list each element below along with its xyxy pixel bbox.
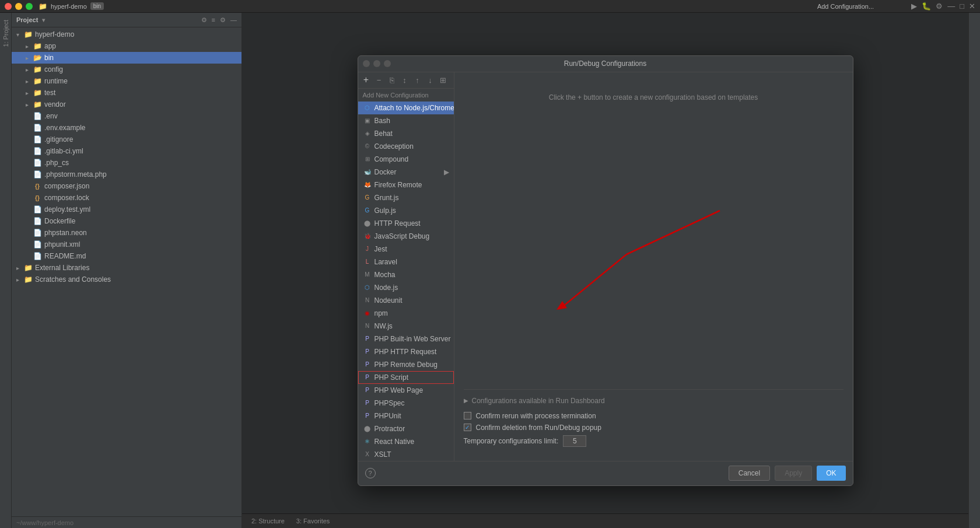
tree-icon-gitignore: 📄 bbox=[33, 135, 42, 144]
expand-icon[interactable]: □ bbox=[960, 2, 964, 11]
config-icon-php-http: P bbox=[363, 347, 372, 356]
tree-item-gitignore[interactable]: 📄.gitignore bbox=[12, 134, 242, 145]
tree-item-ext-libraries[interactable]: ▸📁External Libraries bbox=[12, 262, 242, 274]
config-item-nodejs[interactable]: ⬡Node.js bbox=[358, 281, 454, 294]
tree-item-project-root[interactable]: ▾📁hyperf-demo bbox=[12, 29, 242, 40]
dialog-close-btn[interactable] bbox=[363, 60, 370, 67]
config-item-grunt[interactable]: GGrunt.js bbox=[358, 191, 454, 204]
settings-icon[interactable]: ⚙ bbox=[936, 2, 943, 11]
down-config-btn[interactable]: ↓ bbox=[425, 74, 436, 86]
config-icon-react-native: ⚛ bbox=[363, 437, 372, 446]
tree-item-runtime[interactable]: ▸📁runtime bbox=[12, 75, 242, 87]
up-config-btn[interactable]: ↑ bbox=[412, 74, 424, 86]
config-item-php-script[interactable]: PPHP Script bbox=[358, 371, 454, 384]
config-item-phpspec[interactable]: PPHPSpec bbox=[358, 397, 454, 410]
panel-icon-3[interactable]: ⚙ bbox=[220, 16, 226, 24]
bottom-tab-2[interactable]: 2: Structure bbox=[247, 514, 289, 528]
config-item-phpunit[interactable]: PPHPUnit bbox=[358, 410, 454, 422]
config-item-attach-node[interactable]: ⬡Attach to Node.js/Chrome bbox=[358, 102, 454, 114]
tree-item-readme[interactable]: 📄README.md bbox=[12, 250, 242, 262]
project-tab[interactable]: 1: Project bbox=[1, 15, 10, 51]
panel-icon-1[interactable]: ⚙ bbox=[201, 16, 207, 24]
tree-item-phpunit-xml[interactable]: 📄phpunit.xml bbox=[12, 239, 242, 250]
tree-item-php-cs[interactable]: 📄.php_cs bbox=[12, 157, 242, 169]
config-icon-mocha: M bbox=[363, 270, 372, 279]
panel-icon-2[interactable]: ≡ bbox=[212, 16, 215, 24]
copy-config-btn[interactable]: ⎘ bbox=[386, 74, 398, 86]
tree-item-gitlab-ci[interactable]: 📄.gitlab-ci.yml bbox=[12, 145, 242, 157]
apply-button[interactable]: Apply bbox=[775, 466, 812, 481]
share-config-btn[interactable]: ⊞ bbox=[438, 74, 449, 86]
config-item-nodeunit[interactable]: NNodeunit bbox=[358, 294, 454, 307]
tree-icon-test: 📁 bbox=[33, 88, 42, 97]
config-item-php-web-page[interactable]: PPHP Web Page bbox=[358, 384, 454, 397]
bottom-tab-3[interactable]: 3: Favorites bbox=[292, 514, 334, 528]
project-tree: ▾📁hyperf-demo▸📁app▸📂bin▸📁config▸📁runtime… bbox=[12, 27, 242, 516]
tree-label-bin: bin bbox=[44, 54, 54, 62]
tree-item-bin[interactable]: ▸📂bin bbox=[12, 52, 242, 64]
config-item-bash[interactable]: ▣Bash bbox=[358, 114, 454, 127]
tree-item-deploy-test[interactable]: 📄deploy.test.yml bbox=[12, 204, 242, 215]
config-item-compound[interactable]: ⊞Compound bbox=[358, 153, 454, 166]
config-list: Add New Configuration⬡Attach to Node.js/… bbox=[358, 89, 454, 461]
tree-item-phpstorm-meta[interactable]: 📄.phpstorm.meta.php bbox=[12, 169, 242, 180]
cancel-button[interactable]: Cancel bbox=[729, 466, 770, 481]
tree-label-env: .env bbox=[44, 112, 58, 120]
config-item-react-native[interactable]: ⚛React Native bbox=[358, 435, 454, 448]
help-button[interactable]: ? bbox=[365, 468, 376, 478]
temp-limit-input[interactable] bbox=[563, 435, 586, 447]
sort-config-btn[interactable]: ↕ bbox=[399, 74, 411, 86]
tree-item-dockerfile[interactable]: 📄Dockerfile bbox=[12, 215, 242, 227]
tree-item-env[interactable]: 📄.env bbox=[12, 110, 242, 122]
panel-icon-4[interactable]: — bbox=[230, 16, 237, 24]
tree-item-config[interactable]: ▸📁config bbox=[12, 64, 242, 75]
config-item-mocha[interactable]: MMocha bbox=[358, 268, 454, 281]
config-item-protractor[interactable]: ⬤Protractor bbox=[358, 422, 454, 435]
run-dashboard-section: ▶ Configurations available in Run Dashbo… bbox=[464, 389, 844, 452]
config-icon-php-builtin: P bbox=[363, 334, 372, 344]
app-title: hyperf-demo bbox=[51, 3, 87, 10]
config-label-php-web-page: PHP Web Page bbox=[374, 386, 424, 394]
tree-icon-config: 📁 bbox=[33, 65, 42, 74]
config-item-gulp[interactable]: GGulp.js bbox=[358, 204, 454, 217]
minimize-button[interactable] bbox=[15, 3, 22, 10]
tree-item-scratches[interactable]: ▸📁Scratches and Consoles bbox=[12, 274, 242, 285]
minimize-icon[interactable]: — bbox=[947, 2, 955, 11]
maximize-button[interactable] bbox=[26, 3, 33, 10]
add-config-button[interactable]: Add Configuration... bbox=[817, 3, 874, 10]
confirm-delete-checkbox[interactable] bbox=[464, 424, 471, 431]
tree-item-app[interactable]: ▸📁app bbox=[12, 40, 242, 52]
add-config-btn[interactable]: + bbox=[360, 74, 372, 86]
config-label-phpspec: PHPSpec bbox=[374, 399, 405, 407]
tree-item-vendor[interactable]: ▸📁vendor bbox=[12, 99, 242, 110]
config-item-php-http[interactable]: PPHP HTTP Request bbox=[358, 345, 454, 358]
debug-button[interactable]: 🐛 bbox=[922, 2, 931, 11]
close-icon[interactable]: ✕ bbox=[969, 2, 975, 11]
run-dashboard-toggle[interactable]: ▶ Configurations available in Run Dashbo… bbox=[464, 394, 844, 407]
ok-button[interactable]: OK bbox=[817, 466, 845, 481]
confirm-rerun-checkbox[interactable] bbox=[464, 412, 471, 419]
config-item-laravel[interactable]: LLaravel bbox=[358, 256, 454, 268]
dialog-body: + − ⎘ ↕ ↑ ↓ ⊞ Add New Configuration⬡Atta… bbox=[358, 72, 853, 461]
config-item-php-remote-debug[interactable]: PPHP Remote Debug bbox=[358, 358, 454, 371]
config-item-php-builtin[interactable]: PPHP Built-in Web Server bbox=[358, 333, 454, 345]
config-item-npm[interactable]: ◉npm bbox=[358, 307, 454, 320]
config-item-http-request[interactable]: ⬤HTTP Request bbox=[358, 217, 454, 230]
tree-item-test[interactable]: ▸📁test bbox=[12, 87, 242, 99]
config-item-jest[interactable]: JJest bbox=[358, 243, 454, 256]
close-button[interactable] bbox=[5, 3, 12, 10]
tree-item-env-example[interactable]: 📄.env.example bbox=[12, 122, 242, 134]
config-item-js-debug[interactable]: 🐞JavaScript Debug bbox=[358, 230, 454, 243]
config-item-docker[interactable]: 🐋Docker▶ bbox=[358, 166, 454, 179]
remove-config-btn[interactable]: − bbox=[373, 74, 385, 86]
config-item-codeception[interactable]: ©Codeception bbox=[358, 140, 454, 153]
config-item-behat[interactable]: ◈Behat bbox=[358, 127, 454, 140]
panel-header-icons: ⚙ ≡ ⚙ — bbox=[201, 16, 237, 24]
config-item-nwjs[interactable]: NNW.js bbox=[358, 320, 454, 333]
tree-item-composer-json[interactable]: {}composer.json bbox=[12, 180, 242, 192]
config-item-xslt[interactable]: XXSLT bbox=[358, 448, 454, 461]
run-button[interactable]: ▶ bbox=[911, 2, 917, 11]
tree-item-composer-lock[interactable]: {}composer.lock bbox=[12, 192, 242, 204]
config-item-firefox-remote[interactable]: 🦊Firefox Remote bbox=[358, 179, 454, 191]
tree-item-phpstan-neon[interactable]: 📄phpstan.neon bbox=[12, 227, 242, 239]
